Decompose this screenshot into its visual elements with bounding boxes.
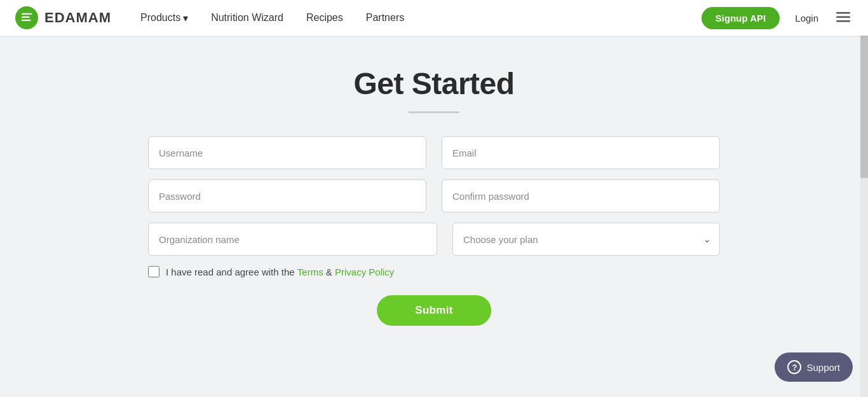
organization-name-input[interactable] [148, 223, 437, 256]
hamburger-menu-button[interactable] [834, 10, 853, 27]
nav-actions: Signup API Login [702, 7, 853, 29]
confirm-password-input[interactable] [442, 179, 720, 212]
login-button[interactable]: Login [787, 7, 826, 29]
password-input[interactable] [148, 179, 426, 212]
nav-partners[interactable]: Partners [357, 7, 413, 29]
main-content: Get Started Choose your plan Free Basic … [0, 36, 868, 364]
privacy-policy-link[interactable]: Privacy Policy [335, 267, 394, 277]
form-row-3: Choose your plan Free Basic Pro Enterpri… [148, 223, 720, 256]
terms-label[interactable]: I have read and agree with the Terms & P… [166, 267, 394, 277]
page-title: Get Started [353, 66, 514, 101]
svg-rect-0 [22, 13, 32, 15]
signup-api-button[interactable]: Signup API [702, 7, 780, 29]
brand-name: EDAMAM [44, 10, 111, 26]
form-row-1 [148, 136, 720, 169]
terms-checkbox[interactable] [148, 266, 159, 277]
nav-recipes[interactable]: Recipes [297, 7, 352, 29]
submit-wrapper: Submit [148, 295, 720, 326]
nav-products[interactable]: Products ▾ [132, 7, 197, 29]
support-button[interactable]: ? Support [775, 352, 853, 382]
nav-nutrition-wizard[interactable]: Nutrition Wizard [202, 7, 292, 29]
submit-button[interactable]: Submit [377, 295, 491, 326]
svg-rect-4 [836, 16, 850, 18]
terms-link[interactable]: Terms [297, 267, 323, 277]
svg-rect-1 [22, 17, 30, 18]
nav-links: Products ▾ Nutrition Wizard Recipes Part… [132, 7, 702, 29]
brand-svg-icon [20, 11, 34, 25]
username-input[interactable] [148, 136, 426, 169]
plan-select[interactable]: Choose your plan Free Basic Pro Enterpri… [452, 223, 720, 256]
support-icon: ? [787, 360, 801, 374]
email-input[interactable] [442, 136, 720, 169]
title-divider [409, 111, 459, 113]
svg-rect-2 [22, 20, 31, 21]
terms-checkbox-row: I have read and agree with the Terms & P… [148, 266, 720, 277]
plan-select-wrapper: Choose your plan Free Basic Pro Enterpri… [452, 223, 720, 256]
signup-form: Choose your plan Free Basic Pro Enterpri… [148, 136, 720, 326]
products-dropdown-icon: ▾ [183, 12, 188, 24]
scrollbar-track [860, 0, 868, 397]
form-row-2 [148, 179, 720, 212]
svg-rect-5 [836, 20, 850, 22]
brand-icon [15, 6, 38, 29]
brand-logo[interactable]: EDAMAM [15, 6, 111, 29]
navbar: EDAMAM Products ▾ Nutrition Wizard Recip… [0, 0, 868, 36]
svg-rect-3 [836, 12, 850, 14]
hamburger-icon [836, 12, 850, 22]
